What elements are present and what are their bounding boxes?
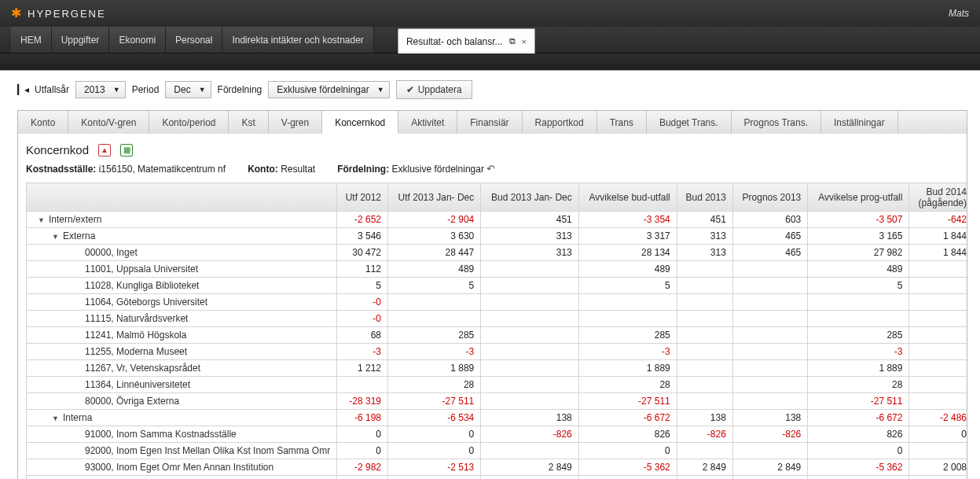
- cell: 30 472: [337, 245, 388, 261]
- data-grid: Utf 2012Utf 2013 Jan- DecBud 2013 Jan- D…: [26, 182, 967, 479]
- cell: -5 362: [808, 459, 909, 476]
- row-label[interactable]: 95000, Annat Omr Och Annan Inst: [27, 476, 337, 480]
- cell: [677, 377, 732, 393]
- column-header[interactable]: [27, 183, 337, 212]
- table-row[interactable]: ▼Externa3 5463 6303133 3173134653 1651 8…: [27, 228, 968, 245]
- table-row[interactable]: ▼Interna-6 198-6 534138-6 672138138-6 67…: [27, 410, 968, 426]
- back-icon[interactable]: ↶: [486, 163, 495, 175]
- cell: 3 317: [578, 228, 677, 245]
- period-select[interactable]: Dec ▼: [165, 81, 211, 98]
- row-label[interactable]: 11364, Linnéuniversitetet: [27, 377, 337, 393]
- table-row[interactable]: 95000, Annat Omr Och Annan Inst-3 217-4 …: [27, 476, 968, 480]
- row-label[interactable]: 11028, Kungliga Biblioteket: [27, 278, 337, 294]
- update-button[interactable]: ✔ Uppdatera: [396, 80, 472, 99]
- table-row[interactable]: 00000, Inget30 47228 44731328 1343134652…: [27, 245, 968, 261]
- cell: [578, 311, 677, 327]
- cell: -2 486: [909, 410, 967, 426]
- title-row: Koncernkod ▲ ▦: [26, 142, 967, 163]
- chevron-down-icon: ▼: [113, 86, 120, 94]
- cell: 5: [337, 278, 388, 294]
- row-label[interactable]: 11001, Uppsala Universitet: [27, 261, 337, 278]
- column-header[interactable]: Prognos 2013: [732, 183, 807, 212]
- subtab[interactable]: Konto/period: [149, 111, 229, 134]
- skip-icon[interactable]: ▎◂: [17, 84, 28, 95]
- column-header[interactable]: Utf 2013 Jan- Dec: [388, 183, 481, 212]
- cell: [909, 261, 967, 278]
- cell: [909, 393, 967, 410]
- row-label[interactable]: 11267, Vr, Vetenskapsrådet: [27, 360, 337, 377]
- table-row[interactable]: ▼Intern/extern-2 652-2 904451-3 35445160…: [27, 212, 968, 228]
- cell: 2 849: [677, 459, 732, 476]
- row-label[interactable]: 11115, Naturvårdsverket: [27, 311, 337, 327]
- toggle-icon[interactable]: ▼: [52, 415, 60, 422]
- table-row[interactable]: 11364, Linnéuniversitetet282828: [27, 377, 968, 393]
- cell: 489: [808, 261, 909, 278]
- year-select[interactable]: 2013 ▼: [75, 81, 126, 98]
- table-row[interactable]: 92000, Inom Egen Inst Mellan Olika Kst I…: [27, 443, 968, 459]
- cell: 0: [808, 443, 909, 459]
- row-label[interactable]: 11255, Moderna Museet: [27, 344, 337, 360]
- row-label[interactable]: 91000, Inom Samma Kostnadsställe: [27, 426, 337, 443]
- menu-item[interactable]: Uppgifter: [52, 27, 110, 53]
- table-row[interactable]: 11001, Uppsala Universitet112489489489: [27, 261, 968, 278]
- column-header[interactable]: Avvikelse bud-utfall: [578, 183, 677, 212]
- popout-icon[interactable]: ⧉: [509, 36, 516, 46]
- cell: [909, 311, 967, 327]
- cell: 465: [732, 245, 807, 261]
- column-header[interactable]: Utf 2012: [337, 183, 388, 212]
- menu-item[interactable]: HEM: [11, 27, 52, 53]
- column-header[interactable]: Bud 2014 (pågående): [909, 183, 967, 212]
- table-row[interactable]: 11028, Kungliga Biblioteket5555: [27, 278, 968, 294]
- ford-value: Exklusive fördelningar: [392, 164, 484, 175]
- table-row[interactable]: 11115, Naturvårdsverket-0: [27, 311, 968, 327]
- row-label[interactable]: 93000, Inom Eget Omr Men Annan Instituti…: [27, 459, 337, 476]
- cell: [677, 360, 732, 377]
- table-row[interactable]: 93000, Inom Eget Omr Men Annan Instituti…: [27, 459, 968, 476]
- toggle-icon[interactable]: ▼: [52, 233, 60, 241]
- close-icon[interactable]: ×: [522, 37, 527, 46]
- subtab[interactable]: Finansiär: [457, 111, 522, 134]
- menu-item[interactable]: Ekonomi: [109, 27, 166, 53]
- subtab[interactable]: Aktivitet: [398, 111, 457, 134]
- subtab[interactable]: Budget Trans.: [647, 111, 732, 134]
- fordelning-select[interactable]: Exklusive fördelningar ▼: [268, 81, 389, 98]
- year-value: 2013: [84, 84, 105, 95]
- table-row[interactable]: 11267, Vr, Vetenskapsrådet1 2121 8891 88…: [27, 360, 968, 377]
- column-header[interactable]: Bud 2013: [677, 183, 732, 212]
- row-label[interactable]: 11064, Göteborgs Universitet: [27, 294, 337, 311]
- pdf-icon[interactable]: ▲: [98, 144, 111, 157]
- subtab[interactable]: Rapportkod: [523, 111, 597, 134]
- column-header[interactable]: Bud 2013 Jan- Dec: [481, 183, 579, 212]
- cell: [909, 327, 967, 344]
- subtab[interactable]: Trans: [597, 111, 647, 134]
- toggle-icon[interactable]: ▼: [38, 216, 46, 224]
- row-label[interactable]: ▼Intern/extern: [27, 212, 337, 228]
- table-row[interactable]: 11241, Malmö Högskola68285285285: [27, 327, 968, 344]
- subtab[interactable]: Prognos Trans.: [732, 111, 821, 134]
- cell: [808, 294, 909, 311]
- table-row[interactable]: 80000, Övriga Externa-28 319-27 511-27 5…: [27, 393, 968, 410]
- subtab[interactable]: Konto: [18, 111, 68, 134]
- subtab[interactable]: Kst: [229, 111, 268, 134]
- row-label[interactable]: ▼Externa: [27, 228, 337, 245]
- cell: 489: [388, 261, 481, 278]
- tab-pane: Koncernkod ▲ ▦ Kostnadsställe: i156150, …: [17, 134, 967, 479]
- row-label[interactable]: 11241, Malmö Högskola: [27, 327, 337, 344]
- document-tab[interactable]: Resultat- och balansr... ⧉ ×: [398, 28, 535, 53]
- subtab[interactable]: Koncernkod: [322, 110, 398, 134]
- cell: -27 511: [808, 393, 909, 410]
- excel-icon[interactable]: ▦: [120, 144, 133, 157]
- menu-item[interactable]: Personal: [166, 27, 222, 53]
- subtab[interactable]: Konto/V-gren: [68, 111, 149, 134]
- column-header[interactable]: Avvikelse prog-utfall: [808, 183, 909, 212]
- table-row[interactable]: 11064, Göteborgs Universitet-0: [27, 294, 968, 311]
- table-row[interactable]: 91000, Inom Samma Kostnadsställe00-82682…: [27, 426, 968, 443]
- row-label[interactable]: 00000, Inget: [27, 245, 337, 261]
- menu-item[interactable]: Indirekta intäkter och kostnader: [222, 27, 373, 53]
- subtab[interactable]: Inställningar: [821, 111, 898, 134]
- row-label[interactable]: 80000, Övriga Externa: [27, 393, 337, 410]
- table-row[interactable]: 11255, Moderna Museet-3-3-3-3: [27, 344, 968, 360]
- subtab[interactable]: V-gren: [269, 111, 322, 134]
- row-label[interactable]: 92000, Inom Egen Inst Mellan Olika Kst I…: [27, 443, 337, 459]
- row-label[interactable]: ▼Interna: [27, 410, 337, 426]
